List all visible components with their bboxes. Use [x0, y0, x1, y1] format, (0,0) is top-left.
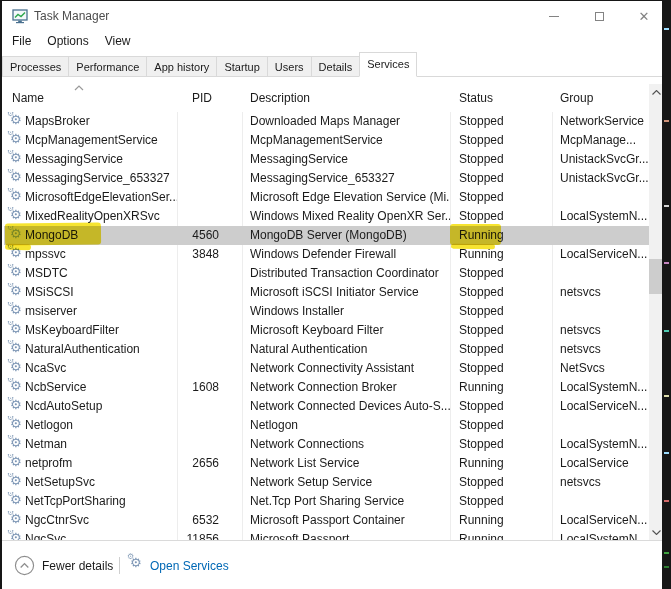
table-row[interactable]: ⚙⚙ MsKeyboardFilter Microsoft Keyboard F… [4, 321, 649, 340]
tab-startup[interactable]: Startup [216, 56, 266, 77]
column-header-status[interactable]: Status [459, 91, 493, 105]
tab-services[interactable]: Services [359, 52, 417, 77]
table-row[interactable]: ⚙⚙ MongoDB 4560 MongoDB Server (MongoDB)… [4, 226, 649, 245]
service-status: Running [450, 454, 552, 473]
service-description: McpManagementService [242, 131, 450, 150]
table-row[interactable]: ⚙⚙ NgcCtnrSvc 6532 Microsoft Passport Co… [4, 511, 649, 530]
minimize-button[interactable] [534, 1, 574, 31]
table-row[interactable]: ⚙⚙ netprofm 2656 Network List Service Ru… [4, 454, 649, 473]
tab-details[interactable]: Details [311, 56, 360, 77]
menu-file[interactable]: File [4, 32, 39, 50]
service-description: Distributed Transaction Coordinator [242, 264, 450, 283]
service-name-cell: ⚙⚙ MicrosoftEdgeElevationSer... [4, 188, 177, 207]
service-status: Stopped [450, 150, 552, 169]
service-group: LocalSystemN [552, 530, 649, 540]
tab-processes[interactable]: Processes [2, 56, 68, 77]
table-row[interactable]: ⚙⚙ MessagingService MessagingService Sto… [4, 150, 649, 169]
table-row[interactable]: ⚙⚙ msiserver Windows Installer Stopped [4, 302, 649, 321]
table-row[interactable]: ⚙⚙ NcdAutoSetup Network Connected Device… [4, 397, 649, 416]
column-header-pid[interactable]: PID [192, 91, 212, 105]
table-row[interactable]: ⚙⚙ MSiSCSI Microsoft iSCSI Initiator Ser… [4, 283, 649, 302]
service-description: Network List Service [242, 454, 450, 473]
service-gear-icon: ⚙⚙ [8, 265, 24, 281]
service-description: Net.Tcp Port Sharing Service [242, 492, 450, 511]
table-row[interactable]: ⚙⚙ McpManagementService McpManagementSer… [4, 131, 649, 150]
table-row[interactable]: ⚙⚙ MessagingService_653327 MessagingServ… [4, 169, 649, 188]
title-bar[interactable]: Task Manager ✕ [2, 1, 662, 31]
tab-app-history[interactable]: App history [146, 56, 216, 77]
table-row[interactable]: ⚙⚙ MixedRealityOpenXRSvc Windows Mixed R… [4, 207, 649, 226]
service-status: Stopped [450, 359, 552, 378]
table-row[interactable]: ⚙⚙ NcbService 1608 Network Connection Br… [4, 378, 649, 397]
service-gear-icon: ⚙⚙ [8, 341, 24, 357]
service-name: MessagingService_653327 [25, 171, 170, 185]
service-pid [177, 416, 242, 435]
service-name-cell: ⚙⚙ MSiSCSI [4, 283, 177, 302]
service-name: MapsBroker [25, 114, 90, 128]
service-pid: 6532 [177, 511, 242, 530]
menu-view[interactable]: View [97, 32, 139, 50]
table-row[interactable]: ⚙⚙ NetSetupSvc Network Setup Service Sto… [4, 473, 649, 492]
service-name-cell: ⚙⚙ MessagingService [4, 150, 177, 169]
table-row[interactable]: ⚙⚙ Netlogon Netlogon Stopped [4, 416, 649, 435]
table-row[interactable]: ⚙⚙ NcaSvc Network Connectivity Assistant… [4, 359, 649, 378]
service-description: Windows Mixed Reality OpenXR Ser... [242, 207, 450, 226]
service-name: msiserver [25, 304, 77, 318]
table-row[interactable]: ⚙⚙ mpssvc 3848 Windows Defender Firewall… [4, 245, 649, 264]
service-name-cell: ⚙⚙ MsKeyboardFilter [4, 321, 177, 340]
service-status: Stopped [450, 492, 552, 511]
service-gear-icon: ⚙⚙ [8, 493, 24, 509]
service-gear-icon: ⚙⚙ [8, 398, 24, 414]
service-pid [177, 188, 242, 207]
service-pid [177, 473, 242, 492]
service-pid [177, 302, 242, 321]
service-pid [177, 283, 242, 302]
service-gear-icon: ⚙⚙ [8, 303, 24, 319]
marker-highlight [451, 244, 495, 250]
table-row[interactable]: ⚙⚙ NetTcpPortSharing Net.Tcp Port Sharin… [4, 492, 649, 511]
fewer-details-button[interactable]: Fewer details [42, 559, 113, 573]
table-row[interactable]: ⚙⚙ NaturalAuthentication Natural Authent… [4, 340, 649, 359]
column-header-group[interactable]: Group [560, 91, 593, 105]
service-name-cell: ⚙⚙ NetSetupSvc [4, 473, 177, 492]
service-description: Microsoft Passport [242, 530, 450, 540]
close-button[interactable]: ✕ [624, 1, 664, 31]
service-pid [177, 397, 242, 416]
open-services-link[interactable]: Open Services [150, 559, 229, 573]
service-status: Stopped [450, 473, 552, 492]
tab-users[interactable]: Users [267, 56, 311, 77]
service-name: NcaSvc [25, 361, 66, 375]
service-status: Stopped [450, 302, 552, 321]
service-gear-icon: ⚙⚙ [8, 322, 24, 338]
service-name: Netlogon [25, 418, 73, 432]
service-pid [177, 359, 242, 378]
service-status: Stopped [450, 264, 552, 283]
maximize-button[interactable] [579, 1, 619, 31]
service-description: MessagingService_653327 [242, 169, 450, 188]
table-row[interactable]: ⚙⚙ Netman Network Connections Stopped Lo… [4, 435, 649, 454]
minimize-icon [549, 16, 559, 17]
tab-performance[interactable]: Performance [68, 56, 146, 77]
table-row[interactable]: ⚙⚙ MSDTC Distributed Transaction Coordin… [4, 264, 649, 283]
service-gear-icon: ⚙⚙ [8, 151, 24, 167]
service-pid [177, 169, 242, 188]
service-gear-icon: ⚙⚙ [8, 170, 24, 186]
column-header-name[interactable]: Name [12, 91, 44, 105]
table-row[interactable]: ⚙⚙ MapsBroker Downloaded Maps Manager St… [4, 112, 649, 131]
table-row[interactable]: ⚙⚙ MicrosoftEdgeElevationSer... Microsof… [4, 188, 649, 207]
service-name-cell: ⚙⚙ NaturalAuthentication [4, 340, 177, 359]
service-gear-icon: ⚙⚙ [8, 284, 24, 300]
service-name: NetSetupSvc [25, 475, 95, 489]
table-row[interactable]: ⚙⚙ NgcSvc 11856 Microsoft Passport Runni… [4, 530, 649, 540]
service-status: Stopped [450, 169, 552, 188]
window-title: Task Manager [34, 9, 109, 23]
service-description: Network Connections [242, 435, 450, 454]
service-name: McpManagementService [25, 133, 158, 147]
service-pid [177, 340, 242, 359]
service-name-cell: ⚙⚙ Netlogon [4, 416, 177, 435]
menu-options[interactable]: Options [39, 32, 96, 50]
service-status: Stopped [450, 435, 552, 454]
column-header-description[interactable]: Description [250, 91, 310, 105]
service-gear-icon: ⚙⚙ [8, 512, 24, 528]
chevron-up-icon [652, 90, 661, 95]
